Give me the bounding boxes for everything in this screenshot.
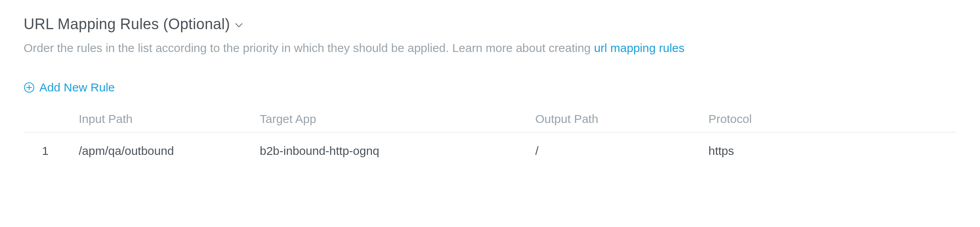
description-text: Order the rules in the list according to… [24, 41, 594, 54]
table-header-output-path: Output Path [527, 112, 701, 126]
rules-table: Input Path Target App Output Path Protoc… [24, 112, 956, 159]
row-protocol: https [701, 144, 850, 158]
plus-circle-icon [24, 82, 35, 93]
section-description: Order the rules in the list according to… [24, 40, 956, 56]
row-output-path: / [527, 144, 701, 158]
table-row[interactable]: 1 /apm/qa/outbound b2b-inbound-http-ognq… [24, 132, 956, 159]
row-target-app: b2b-inbound-http-ognq [252, 144, 527, 158]
table-header-spacer [850, 112, 956, 126]
section-title: URL Mapping Rules (Optional) [24, 16, 230, 33]
table-header-target-app: Target App [252, 112, 527, 126]
url-mapping-rules-link[interactable]: url mapping rules [594, 41, 684, 54]
add-new-rule-label: Add New Rule [39, 81, 115, 94]
table-header-protocol: Protocol [701, 112, 850, 126]
row-input-path: /apm/qa/outbound [71, 144, 252, 158]
chevron-down-icon [235, 21, 243, 30]
add-new-rule-button[interactable]: Add New Rule [24, 81, 115, 94]
table-header-input-path: Input Path [71, 112, 252, 126]
row-index: 1 [24, 144, 71, 158]
table-header-row: Input Path Target App Output Path Protoc… [24, 112, 956, 132]
table-header-blank [24, 112, 71, 126]
section-header[interactable]: URL Mapping Rules (Optional) [24, 16, 956, 33]
